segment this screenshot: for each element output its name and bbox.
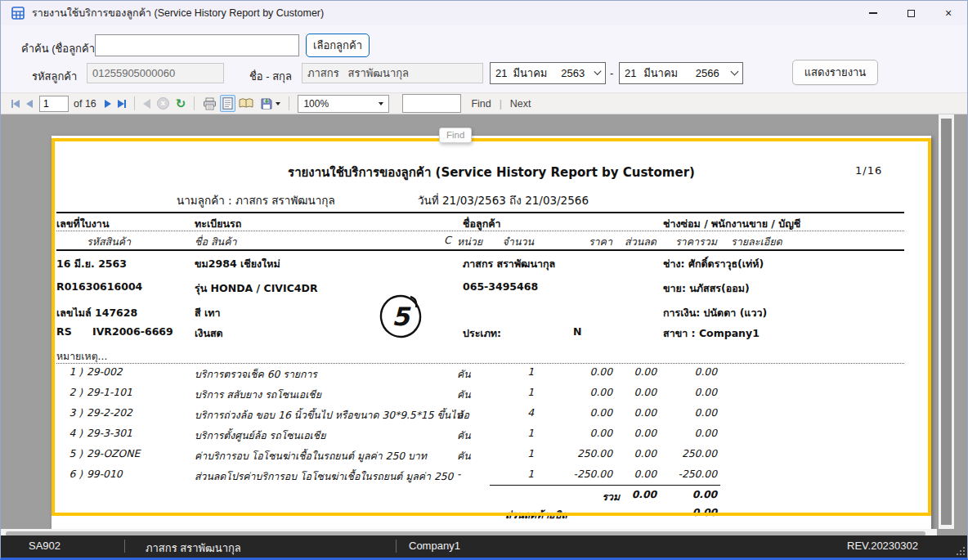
item-qty: 1 [490,387,534,398]
export-icon [260,97,273,110]
last-page-button[interactable] [114,95,129,113]
item-price: 0.00 [539,428,612,439]
refresh-icon: ↻ [176,97,186,110]
page-setup-button[interactable] [235,95,257,113]
item-code: 29-3-301 [87,428,132,439]
date-to-select[interactable]: 21 มีนาคม 2566 [619,62,743,84]
close-button[interactable]: × [930,1,967,25]
job-date: 16 มี.ย. 2563 [56,256,127,272]
summary-total-amount: 0.00 [650,489,717,500]
column-subheader: รหัสสินค้า [87,234,131,250]
vertical-scrollbar-thumb[interactable] [941,119,952,525]
item-qty: 1 [490,428,534,439]
bill-discount-label: ส่วนลดท้ายบิล [505,507,567,522]
select-customer-button[interactable]: เลือกลูกค้า [306,34,370,57]
print-button[interactable] [199,95,220,113]
item-no: 4 ) [60,428,83,439]
maximize-button[interactable] [892,1,930,25]
column-header: ชื่อลูกค้า [463,216,501,232]
vertical-scrollbar[interactable] [939,114,954,529]
job-rs-label: RS [56,325,72,338]
item-unit: คัน [457,366,471,382]
find-next-separator: | [500,98,502,110]
status-bar: SA902 ภาสกร สราพัฒนากุล Company1 REV.202… [1,535,967,558]
item-unit: คัน [457,428,471,443]
report-page-indicator: 1/16 [855,164,904,177]
status-company: Company1 [409,540,460,552]
item-no: 3 ) [60,407,83,419]
title-bar: รายงานใช้บริการของลูกค้า (Service Histor… [1,1,967,25]
find-link[interactable]: Find [471,98,491,110]
back-button[interactable] [140,95,154,113]
zoom-select[interactable]: 100% [298,95,389,113]
export-button[interactable] [257,95,284,113]
show-report-button[interactable]: แสดงรายงาน [792,60,878,85]
item-no: 2 ) [60,387,83,398]
item-qty: 1 [490,448,534,459]
item-code: 29-002 [87,366,123,378]
search-label: คำค้น (ชื่อลูกค้า) [21,40,98,57]
prev-page-icon [26,100,33,108]
toolbar-separator [134,96,135,110]
item-total: -250.00 [650,468,717,480]
column-subheader: รายละเอียด [731,234,782,250]
customer-name-label: ชื่อ - สกุล [249,68,292,85]
refresh-button[interactable]: ↻ [173,95,190,113]
summary-total-row: รวม 0.00 0.00 [52,489,931,504]
prev-page-button[interactable] [23,95,36,113]
toolbar-separator [289,96,289,110]
report-item-row: 3 ) 29-2-202 บริการถ่วงล้อ ขอบ 16 นิ้วขึ… [52,407,931,422]
first-page-button[interactable] [8,95,23,113]
summary-rule [490,485,720,486]
column-subheader: C [444,234,451,246]
find-text-input[interactable] [402,94,461,113]
minimize-button[interactable] [854,1,892,25]
item-price: 0.00 [539,387,612,398]
page-number-input[interactable] [39,96,69,112]
column-subheader: ราคารวม [650,234,717,250]
item-no: 6 ) [60,468,83,480]
stop-icon: × [157,97,169,110]
customer-name-field[interactable] [302,63,483,83]
maximize-icon [908,10,915,17]
bill-discount-value: 0.00 [650,507,717,518]
item-desc: บริการ สลับยาง รถโซนเอเชีย [195,387,321,402]
customer-code-label: รหัสลูกค้า [32,68,77,85]
job-mileage: เลขไมล์ 147628 [56,305,137,321]
date-from-select[interactable]: 21 มีนาคม 2563 [490,62,606,84]
header-bottom-rule [56,249,904,251]
customer-code-field[interactable] [87,63,224,83]
item-total: 0.00 [650,366,717,378]
minimize-icon [869,12,877,13]
item-code: 29-1-101 [87,387,132,398]
stop-button[interactable]: × [154,95,173,113]
column-header: ทะเบียนรถ [195,216,241,232]
search-input[interactable] [95,34,299,56]
item-desc: บริการตั้งศูนย์ล้อ รถโซนเอเชีย [195,428,325,443]
item-desc: ค่าบริการอบ โอโซนฆ่าเชื้อในรถยนต์ มูลค่า… [195,448,427,464]
report-item-row: 5 ) 29-OZONE ค่าบริการอบ โอโซนฆ่าเชื้อใน… [52,448,931,463]
status-separator [396,540,397,553]
zoom-caret-icon [379,102,383,105]
item-total: 250.00 [650,448,717,459]
job-type-label: ประเภท: [463,325,501,342]
report-date-line: วันที่ 21/03/2563 ถึง 21/03/2566 [418,191,589,209]
summary-total-label: รวม [542,489,620,504]
item-price: 0.00 [539,366,612,378]
annotation-number: 5 [392,302,411,331]
print-layout-button[interactable] [220,95,235,112]
job-type-value: N [573,325,581,338]
item-price: 250.00 [539,448,612,459]
item-code: 99-010 [87,468,123,480]
job-model: รุ่น HONDA / CIVIC4DR [195,280,318,297]
report-page: รายงานใช้บริการของลูกค้า (Service Histor… [52,136,931,529]
find-tooltip: Find [439,128,472,143]
toolbar-separator [194,96,195,110]
back-icon [143,99,150,109]
resize-grip[interactable] [955,545,965,555]
status-user: ภาสกร สราพัฒนากุล [146,540,241,557]
item-total: 0.00 [650,407,717,419]
job-phone: 065-3495468 [463,280,538,293]
find-next-link[interactable]: Next [510,98,531,110]
next-page-button[interactable] [101,95,114,113]
